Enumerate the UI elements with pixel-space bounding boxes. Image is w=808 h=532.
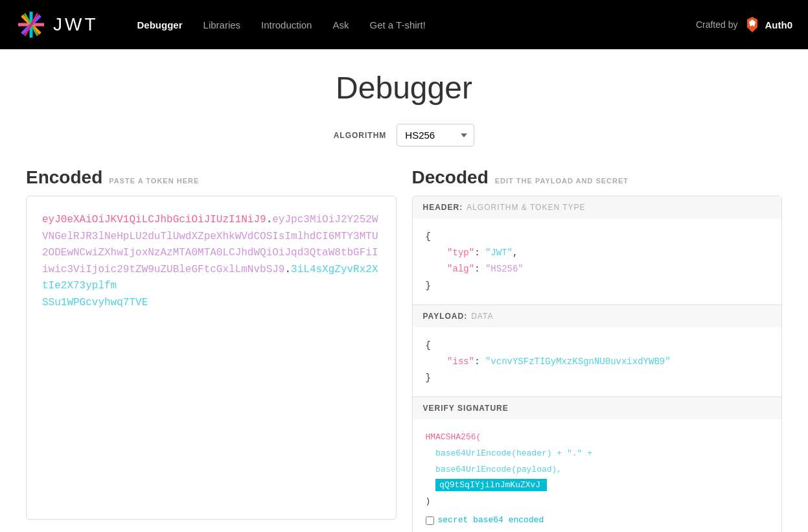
algorithm-row: ALGORITHM HS256 HS384 HS512 RS256 RS384 … xyxy=(26,124,782,146)
main-content: Debugger ALGORITHM HS256 HS384 HS512 RS2… xyxy=(0,49,808,532)
secret-input[interactable] xyxy=(435,479,547,491)
payload-body: { "iss": "vcnvYSFzTIGyMxzKSgnNU0uvxixdYW… xyxy=(413,327,782,397)
verify-line1: base64UrlEncode(header) + "." + xyxy=(435,448,592,458)
verify-close: ) xyxy=(426,496,431,506)
crafted-by-section: Crafted by Auth0 xyxy=(696,16,792,34)
header-section: HEADER: ALGORITHM & TOKEN TYPE { "typ": … xyxy=(413,196,782,305)
base64-checkbox[interactable] xyxy=(426,516,434,525)
nav-tshirt[interactable]: Get a T-shirt! xyxy=(369,19,425,30)
nav-libraries[interactable]: Libraries xyxy=(203,19,241,30)
token-dot2: . xyxy=(284,264,291,275)
nav-debugger[interactable]: Debugger xyxy=(137,19,183,30)
verify-section: VERIFY SIGNATURE HMACSHA256( base64UrlEn… xyxy=(413,397,782,532)
payload-section: PAYLOAD: DATA { "iss": "vcnvYSFzTIGyMxzK… xyxy=(413,305,782,398)
navbar: JWT Debugger Libraries Introduction Ask … xyxy=(0,0,808,49)
encoded-box[interactable]: eyJ0eXAiOiJKV1QiLCJhbGciOiJIUzI1NiJ9.eyJ… xyxy=(26,196,397,520)
verify-label: VERIFY SIGNATURE xyxy=(423,404,509,413)
payload-sub-label: DATA xyxy=(471,312,493,321)
algorithm-select[interactable]: HS256 HS384 HS512 RS256 RS384 RS512 xyxy=(397,124,474,146)
decoded-header: Decoded EDIT THE PAYLOAD AND SECRET xyxy=(412,167,783,188)
auth0-badge: Auth0 xyxy=(743,16,793,34)
algorithm-label: ALGORITHM xyxy=(334,131,387,140)
panels: Encoded PASTE A TOKEN HERE eyJ0eXAiOiJKV… xyxy=(26,167,782,532)
secret-label: secret base64 encoded xyxy=(438,513,544,529)
encoded-panel: Encoded PASTE A TOKEN HERE eyJ0eXAiOiJKV… xyxy=(26,167,397,520)
verify-header: VERIFY SIGNATURE xyxy=(413,397,782,419)
encoded-title: Encoded xyxy=(26,167,102,188)
verify-body: HMACSHA256( base64UrlEncode(header) + ".… xyxy=(413,419,782,532)
encoded-header: Encoded PASTE A TOKEN HERE xyxy=(26,167,397,188)
payload-section-header: PAYLOAD: DATA xyxy=(413,305,782,327)
page-title: Debugger xyxy=(26,70,782,106)
decoded-title: Decoded xyxy=(412,167,489,188)
crafted-by-label: Crafted by xyxy=(696,19,738,30)
header-sub-label: ALGORITHM & TOKEN TYPE xyxy=(467,203,585,212)
payload-label: PAYLOAD: xyxy=(423,312,468,321)
decoded-box: HEADER: ALGORITHM & TOKEN TYPE { "typ": … xyxy=(412,196,783,532)
token-part1: eyJ0eXAiOiJKV1QiLCJhbGciOiJIUzI1NiJ9 xyxy=(42,214,266,226)
checkbox-row: secret base64 encoded xyxy=(426,513,769,529)
auth0-logo-icon xyxy=(743,16,761,34)
verify-line2: base64UrlEncode(payload), xyxy=(435,465,562,474)
logo-text: JWT xyxy=(53,14,98,35)
hmac-fn: HMACSHA256( xyxy=(426,432,481,442)
nav-ask[interactable]: Ask xyxy=(332,19,349,30)
decoded-subtitle: EDIT THE PAYLOAD AND SECRET xyxy=(495,177,629,185)
logo: JWT xyxy=(16,9,98,40)
header-section-header: HEADER: ALGORITHM & TOKEN TYPE xyxy=(413,196,782,218)
auth0-label: Auth0 xyxy=(765,19,793,30)
header-body: { "typ": "JWT", "alg": "HS256" } xyxy=(413,218,782,305)
nav-links: Debugger Libraries Introduction Ask Get … xyxy=(137,19,696,30)
token-dot1: . xyxy=(266,214,273,226)
header-label: HEADER: xyxy=(423,203,463,212)
encoded-subtitle: PASTE A TOKEN HERE xyxy=(109,177,199,185)
nav-introduction[interactable]: Introduction xyxy=(261,19,312,30)
jwt-logo-icon xyxy=(16,9,47,40)
decoded-panel: Decoded EDIT THE PAYLOAD AND SECRET HEAD… xyxy=(412,167,783,532)
